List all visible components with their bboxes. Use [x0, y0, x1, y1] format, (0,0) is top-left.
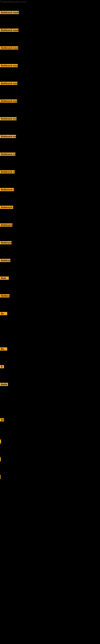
bottleneck-row-13: Bottleneck res: [0, 216, 100, 234]
bottleneck-row-17: Bottlene: [0, 287, 100, 305]
bottleneck-label-18: Bo: [0, 312, 7, 315]
bottleneck-row-4: Bottleneck result: [0, 57, 100, 74]
bottleneck-row-15: Bottleneck: [0, 252, 100, 269]
bottleneck-row-16: Bottl: [0, 269, 100, 287]
bottleneck-label-15: Bottleneck: [0, 259, 10, 262]
bottleneck-label-2: Bottleneck result: [0, 28, 19, 32]
bottleneck-row-23: [0, 393, 100, 411]
bottleneck-label-12: Bottleneck res: [0, 206, 13, 209]
bottleneck-row-14: Bottleneck re: [0, 234, 100, 252]
bottom-bars-container: [0, 433, 100, 486]
small-bar-row-1: [0, 433, 100, 450]
bottleneck-label-22: Bottle: [0, 383, 8, 386]
bottleneck-row-21: B: [0, 358, 100, 376]
bottleneck-row-19: [0, 322, 100, 340]
bottleneck-label-14: Bottleneck re: [0, 241, 12, 244]
bottleneck-label-8: Bottleneck result: [0, 135, 16, 138]
bottleneck-row-5: Bottleneck result: [0, 74, 100, 92]
bottleneck-row-11: Bottleneck resu: [0, 181, 100, 198]
bottleneck-row-2: Bottleneck result: [0, 21, 100, 39]
bottleneck-label-16: Bottl: [0, 276, 9, 280]
bottleneck-label-10: Bottleneck result: [0, 170, 15, 174]
bottleneck-label-11: Bottleneck resu: [0, 188, 14, 191]
small-bar-row-3: [0, 468, 100, 486]
bottleneck-label-20: Bo: [0, 347, 7, 350]
site-title: TheBottlenecker.com: [0, 0, 100, 4]
small-bar-2: [0, 457, 1, 461]
bottleneck-label-13: Bottleneck res: [0, 224, 12, 226]
small-bar-3: [0, 475, 0, 479]
bottleneck-label-7: Bottleneck result: [0, 117, 17, 120]
bottleneck-label-9: Bottleneck result: [0, 152, 15, 156]
bottleneck-label-21: B: [0, 365, 4, 368]
bottleneck-row-12: Bottleneck res: [0, 198, 100, 216]
bottleneck-label-1: Bottleneck result: [0, 11, 19, 14]
bottleneck-row-22: Bottle: [0, 376, 100, 393]
bottleneck-label-6: Bottleneck result: [0, 100, 17, 103]
rows-container: Bottleneck resultBottleneck resultBottle…: [0, 4, 100, 429]
bottleneck-label-24: Bo: [0, 418, 4, 422]
bottleneck-row-7: Bottleneck result: [0, 110, 100, 128]
bottleneck-label-3: Bottleneck result: [0, 46, 18, 50]
bottleneck-label-5: Bottleneck result: [0, 82, 17, 85]
bottleneck-row-18: Bo: [0, 305, 100, 322]
bottleneck-row-3: Bottleneck result: [0, 39, 100, 57]
small-bar-row-2: [0, 450, 100, 468]
bottleneck-label-17: Bottlene: [0, 294, 10, 298]
small-bar-1: [0, 440, 1, 444]
bottleneck-row-6: Bottleneck result: [0, 92, 100, 110]
bottleneck-row-9: Bottleneck result: [0, 145, 100, 163]
bottleneck-row-24: Bo: [0, 411, 100, 429]
bottleneck-label-4: Bottleneck result: [0, 64, 18, 67]
bottleneck-row-8: Bottleneck result: [0, 128, 100, 145]
bottleneck-row-10: Bottleneck result: [0, 163, 100, 181]
bottleneck-row-20: Bo: [0, 340, 100, 358]
bottleneck-row-1: Bottleneck result: [0, 4, 100, 21]
